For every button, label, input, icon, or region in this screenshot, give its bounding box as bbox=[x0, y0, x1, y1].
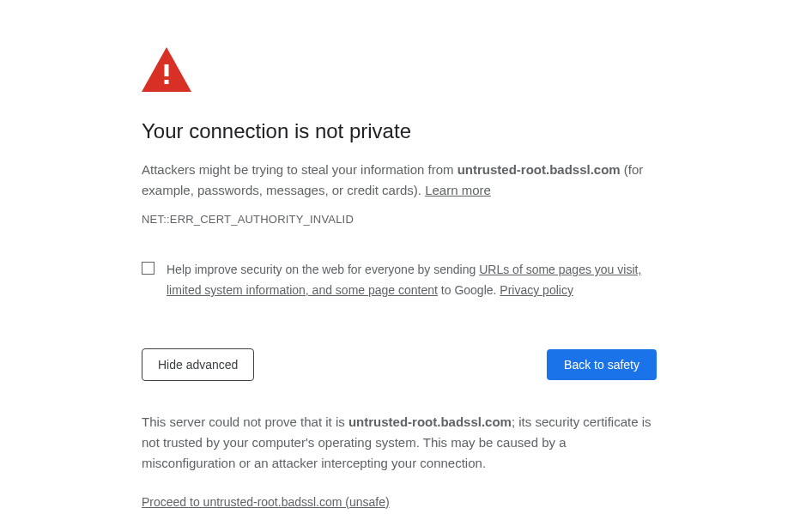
error-code: NET::ERR_CERT_AUTHORITY_INVALID bbox=[142, 213, 657, 226]
ssl-error-interstitial: Your connection is not private Attackers… bbox=[142, 0, 657, 509]
svg-rect-0 bbox=[165, 64, 169, 76]
opt-in-text: Help improve security on the web for eve… bbox=[167, 260, 657, 301]
proceed-unsafe-link[interactable]: Proceed to untrusted-root.badssl.com (un… bbox=[142, 495, 390, 509]
svg-rect-1 bbox=[165, 80, 169, 84]
button-row: Hide advanced Back to safety bbox=[142, 348, 657, 381]
opt-in-checkbox[interactable] bbox=[142, 262, 155, 275]
hide-advanced-button[interactable]: Hide advanced bbox=[142, 348, 254, 381]
opt-in-prefix: Help improve security on the web for eve… bbox=[167, 263, 479, 276]
page-title: Your connection is not private bbox=[142, 118, 657, 144]
warning-triangle-icon bbox=[142, 47, 657, 92]
advanced-domain: untrusted-root.badssl.com bbox=[348, 414, 512, 429]
back-to-safety-button[interactable]: Back to safety bbox=[547, 349, 657, 380]
opt-in-row: Help improve security on the web for eve… bbox=[142, 260, 657, 301]
warning-domain: untrusted-root.badssl.com bbox=[458, 162, 621, 177]
opt-in-link-privacy[interactable]: Privacy policy bbox=[500, 283, 573, 297]
learn-more-link[interactable]: Learn more bbox=[425, 183, 491, 197]
warning-paragraph: Attackers might be trying to steal your … bbox=[142, 160, 657, 201]
warning-prefix: Attackers might be trying to steal your … bbox=[142, 162, 458, 177]
opt-in-mid: to Google. bbox=[438, 283, 500, 297]
advanced-explanation: This server could not prove that it is u… bbox=[142, 412, 657, 474]
advanced-prefix: This server could not prove that it is bbox=[142, 414, 348, 429]
